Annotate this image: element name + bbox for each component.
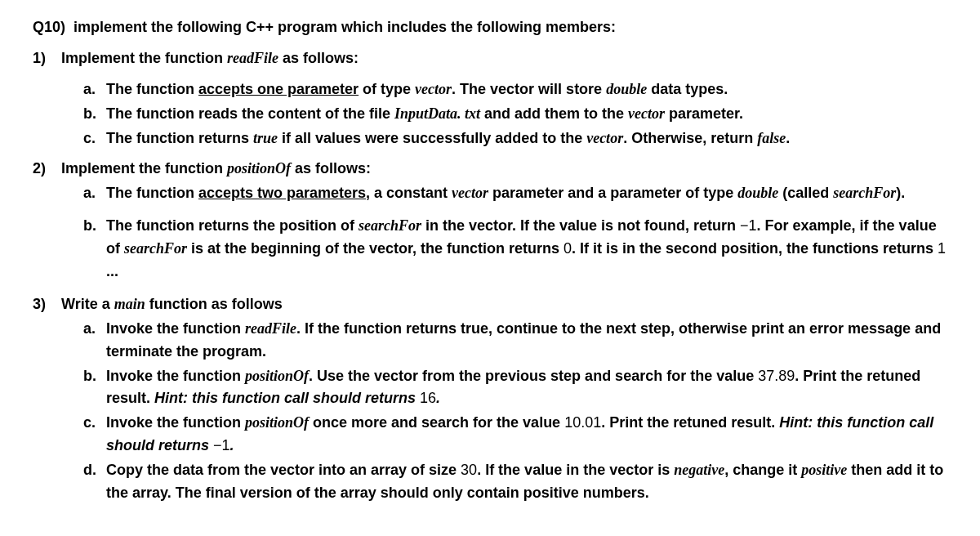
question-header: Q10) implement the following C++ program… [33,16,947,39]
part-1-label: 1) [33,47,57,70]
hint-text: Hint: this function call should returns [154,390,420,406]
number: 16 [420,390,436,406]
code-var: positionOf [245,414,309,431]
number: 10.01 [564,414,601,431]
code-var: positive [801,462,847,478]
code-var: false [757,130,786,146]
part-3: 3) Write a main function as follows [33,293,947,316]
code-var: searchFor [833,185,896,201]
code-var: readFile [227,50,278,66]
part-2: 2) Implement the function positionOf as … [33,158,947,181]
part-1c: c. The function returns true if all valu… [83,127,947,150]
item-label: a. [83,318,106,364]
item-text: The function returns true if all values … [106,127,947,150]
code-var: negative [674,462,724,478]
item-label: d. [83,459,106,505]
code-var: vector [452,185,488,201]
part-3c: c. Invoke the function positionOf once m… [83,412,947,458]
part-3b: b. Invoke the function positionOf. Use t… [83,365,947,411]
code-var: vector [415,81,452,97]
code-var: InputData. txt [394,105,480,122]
item-label: b. [83,103,106,126]
item-text: Invoke the function positionOf. Use the … [106,365,947,411]
code-var: readFile [245,320,296,337]
part-2-sublist: a. The function accepts two parameters, … [83,182,947,284]
question-text: implement the following C++ program whic… [74,19,616,35]
item-label: b. [83,215,106,284]
item-label: a. [83,78,106,101]
item-label: c. [83,412,106,458]
part-3a: a. Invoke the function readFile. If the … [83,318,947,364]
item-label: c. [83,127,106,150]
number: 30 [461,462,477,478]
part-2-label: 2) [33,158,57,181]
part-2b: b. The function returns the position of … [83,215,947,284]
code-var: true [253,130,278,146]
underline-text: accepts one parameter [198,81,359,97]
part-1a: a. The function accepts one parameter of… [83,78,947,101]
number: 37.89 [758,368,795,384]
item-text: Invoke the function positionOf once more… [106,412,947,458]
number: 0 [564,240,572,257]
item-text: The function reads the content of the fi… [106,103,947,126]
code-var: positionOf [245,368,309,384]
part-3d: d. Copy the data from the vector into an… [83,459,947,505]
number: −1 [740,217,757,234]
part-2-text: Implement the function positionOf as fol… [61,160,371,176]
code-var: vector [586,130,623,146]
code-var: searchFor [359,217,421,234]
item-text: The function returns the position of sea… [106,215,947,284]
part-1b: b. The function reads the content of the… [83,103,947,126]
code-var: main [114,296,145,312]
part-1-sublist: a. The function accepts one parameter of… [83,78,947,150]
part-2a: a. The function accepts two parameters, … [83,182,947,205]
item-text: The function accepts two parameters, a c… [106,182,947,205]
number: −1 [213,437,230,453]
part-1-text: Implement the function readFile as follo… [61,50,359,66]
item-label: b. [83,365,106,411]
number: 1 [938,240,946,257]
part-3-label: 3) [33,293,57,316]
code-var: positionOf [227,160,291,176]
part-3-sublist: a. Invoke the function readFile. If the … [83,318,947,505]
question-label: Q10) [33,16,69,39]
code-var: vector [628,105,665,122]
code-var: double [737,185,778,201]
item-text: Copy the data from the vector into an ar… [106,459,947,505]
item-text: Invoke the function readFile. If the fun… [106,318,947,364]
item-text: The function accepts one parameter of ty… [106,78,947,101]
code-var: double [606,81,647,97]
part-3-text: Write a main function as follows [61,296,283,312]
part-1: 1) Implement the function readFile as fo… [33,47,947,70]
item-label: a. [83,182,106,205]
code-var: searchFor [124,240,187,257]
underline-text: accepts two parameters [198,185,366,201]
